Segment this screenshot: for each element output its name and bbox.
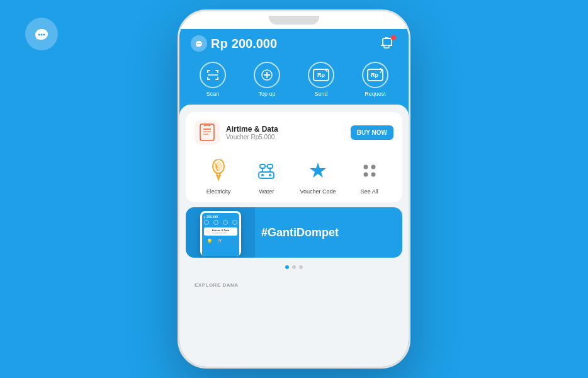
services-grid: Electricity bbox=[195, 154, 393, 195]
svg-rect-23 bbox=[260, 164, 265, 168]
topup-icon bbox=[254, 62, 280, 88]
see-all-icon bbox=[355, 156, 384, 185]
request-label: Request bbox=[365, 91, 386, 97]
send-label: Send bbox=[314, 91, 327, 97]
promo-subtitle: Voucher Rp5.000 bbox=[226, 134, 344, 140]
svg-point-33 bbox=[371, 165, 375, 169]
cards-area: Airtime & Data Voucher Rp5.000 BUY NOW bbox=[179, 105, 409, 367]
voucher-label: Voucher Code bbox=[300, 188, 336, 195]
svg-point-0 bbox=[38, 34, 40, 36]
balance-display: Rp 200.000 bbox=[211, 37, 277, 51]
send-icon: Rp bbox=[308, 62, 334, 88]
header-left: Rp 200.000 bbox=[191, 35, 277, 52]
service-electricity[interactable]: Electricity bbox=[204, 156, 233, 195]
svg-point-35 bbox=[371, 173, 375, 177]
notch-bar bbox=[179, 11, 409, 29]
power-button[interactable] bbox=[178, 87, 179, 118]
request-icon: Rp bbox=[362, 62, 388, 88]
see-all-label: See All bbox=[361, 188, 378, 195]
promo-card: Airtime & Data Voucher Rp5.000 BUY NOW bbox=[186, 112, 402, 202]
notch bbox=[269, 16, 319, 25]
dot-1[interactable] bbox=[285, 265, 289, 269]
explore-section: EXPLORE DANA bbox=[186, 277, 402, 292]
promo-content: Airtime & Data Voucher Rp5.000 BUY NOW bbox=[195, 120, 393, 145]
mini-phone: ● 200.000 bbox=[200, 211, 241, 256]
svg-point-1 bbox=[41, 34, 43, 36]
notification-badge bbox=[391, 35, 396, 40]
promo-title: Airtime & Data bbox=[226, 125, 344, 134]
promo-icon bbox=[195, 120, 220, 145]
topup-label: Top up bbox=[258, 91, 275, 97]
svg-marker-31 bbox=[310, 163, 326, 178]
svg-point-34 bbox=[363, 173, 368, 177]
svg-rect-7 bbox=[384, 45, 389, 48]
voucher-icon bbox=[303, 156, 332, 185]
svg-point-32 bbox=[363, 165, 368, 169]
banner-card[interactable]: ● 200.000 bbox=[186, 207, 402, 258]
banner-hashtag: #GantiDompet bbox=[261, 226, 396, 239]
volume-up-button[interactable] bbox=[409, 74, 410, 93]
water-icon bbox=[252, 156, 281, 185]
dot-2[interactable] bbox=[292, 265, 296, 269]
electricity-label: Electricity bbox=[206, 188, 231, 195]
action-topup[interactable]: Top up bbox=[254, 62, 280, 97]
carousel-dots bbox=[186, 263, 402, 272]
dana-logo bbox=[191, 35, 207, 52]
svg-text:Rp: Rp bbox=[371, 72, 378, 78]
action-scan[interactable]: Scan bbox=[200, 62, 226, 97]
dot-3[interactable] bbox=[299, 265, 303, 269]
app-header: Rp 200.000 bbox=[179, 29, 409, 59]
svg-rect-16 bbox=[200, 124, 214, 140]
service-see-all[interactable]: See All bbox=[355, 156, 384, 195]
mini-phone-screen: ● 200.000 bbox=[202, 213, 239, 256]
scan-label: Scan bbox=[206, 91, 220, 97]
scan-icon bbox=[200, 62, 226, 88]
action-request[interactable]: Rp Request bbox=[362, 62, 388, 97]
electricity-icon bbox=[204, 156, 233, 185]
phone-shell: Rp 200.000 bbox=[178, 9, 410, 369]
notification-button[interactable] bbox=[378, 35, 397, 52]
svg-text:Rp: Rp bbox=[317, 72, 325, 78]
svg-point-28 bbox=[261, 174, 264, 176]
svg-point-3 bbox=[197, 43, 198, 44]
water-label: Water bbox=[259, 188, 274, 195]
svg-point-2 bbox=[43, 34, 45, 36]
buy-now-button[interactable]: BUY NOW bbox=[351, 125, 393, 140]
promo-text: Airtime & Data Voucher Rp5.000 bbox=[226, 125, 344, 140]
action-send[interactable]: Rp Send bbox=[308, 62, 334, 97]
svg-point-29 bbox=[269, 174, 271, 176]
service-water[interactable]: Water bbox=[252, 156, 281, 195]
banner-phone-image: ● 200.000 bbox=[186, 207, 255, 258]
volume-down-button[interactable] bbox=[409, 100, 410, 125]
svg-point-21 bbox=[215, 161, 222, 171]
service-voucher[interactable]: Voucher Code bbox=[300, 156, 336, 195]
balance-value[interactable]: 200.000 bbox=[232, 37, 277, 50]
svg-rect-24 bbox=[268, 164, 273, 168]
quick-actions-bar: Scan Top up Rp bbox=[179, 59, 409, 105]
phone-screen: Rp 200.000 bbox=[179, 29, 409, 367]
explore-label: EXPLORE DANA bbox=[195, 282, 239, 288]
svg-point-4 bbox=[198, 43, 200, 44]
banner-text: #GantiDompet bbox=[255, 226, 402, 239]
bg-logo bbox=[25, 18, 58, 50]
currency-label: Rp bbox=[211, 37, 228, 50]
svg-rect-27 bbox=[259, 172, 274, 178]
svg-rect-6 bbox=[383, 38, 392, 45]
svg-point-5 bbox=[200, 43, 201, 44]
